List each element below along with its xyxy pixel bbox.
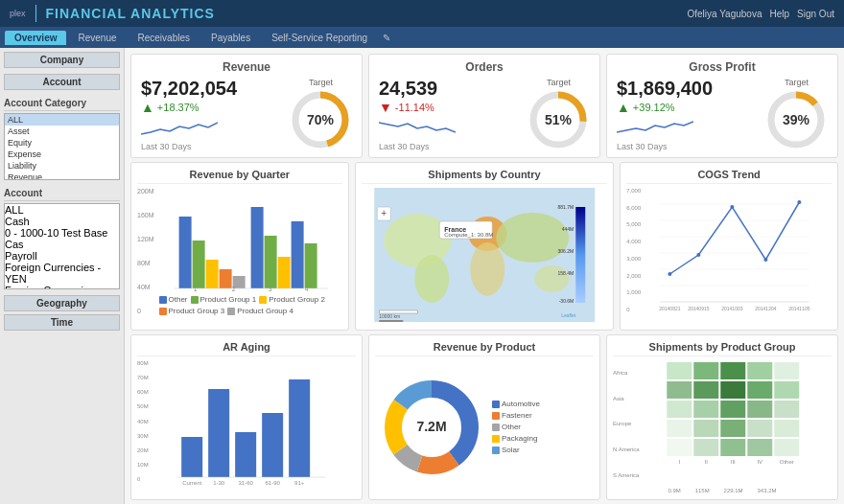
svg-text:51%: 51% [545,112,573,127]
orders-gauge-svg: 51% [528,89,590,151]
svg-text:31-60: 31-60 [238,480,253,486]
category-equity[interactable]: Equity [5,137,119,149]
account-test-base[interactable]: 0 - 1000-10 Test Base Cas [5,227,119,250]
svg-text:IV: IV [758,459,763,465]
edit-icon[interactable]: ✎ [383,33,390,43]
svg-rect-105 [721,439,746,456]
account-yen[interactable]: Foreign Currencies - YEN [5,262,119,285]
kpi-revenue-change: ▲ +18.37% [141,100,237,115]
svg-rect-101 [748,420,773,437]
svg-rect-89 [694,381,719,399]
tab-revenue[interactable]: Revenue [68,31,126,45]
svg-rect-67 [208,389,229,477]
kpi-gross-profit-body: $1,869,400 ▲ +39.12% Last 30 Days Target [617,78,828,151]
kpi-orders-left: 24,539 ▼ -11.14% Last 30 Days [379,78,456,151]
gross-profit-target-label: Target [785,78,809,87]
user-name: Ofeliya Yagubova [687,9,762,19]
tab-payables[interactable]: Payables [201,31,260,45]
sidebar-geography[interactable]: Geography [4,295,120,311]
category-expense[interactable]: Expense [5,149,119,160]
orders-target-label: Target [547,78,571,87]
category-all[interactable]: ALL [5,114,119,126]
legend-solar: Solar [492,446,540,454]
sidebar-category-section: Account Category ALL Asset Equity Expens… [4,96,120,180]
kpi-row: Revenue $7,202,054 ▲ +18.37% Last 30 Day… [125,48,844,162]
kpi-revenue-body: $7,202,054 ▲ +18.37% Last 30 Days Target [141,78,352,151]
legend-pg2: Product Group 2 [259,295,325,304]
svg-text:10000 km: 10000 km [379,313,400,319]
svg-point-55 [668,272,672,276]
accounts-listbox[interactable]: ALL Cash 0 - 1000-10 Test Base Cas Payro… [4,203,120,289]
svg-text:5000 mi: 5000 mi [379,321,396,322]
svg-rect-99 [694,420,719,437]
category-liability[interactable]: Liability [5,160,119,172]
revenue-sparkline [141,115,218,139]
svg-rect-87 [775,362,800,379]
kpi-orders-value: 24,539 [379,78,456,100]
svg-text:39%: 39% [783,112,810,127]
svg-rect-86 [748,362,773,379]
svg-text:91+: 91+ [294,480,305,486]
account-mxn[interactable]: Foreign Currencies-MXN [5,285,119,289]
sidebar-account[interactable]: Account [4,74,120,90]
svg-point-57 [731,205,735,209]
svg-rect-14 [250,207,263,288]
svg-rect-85 [721,362,746,379]
kpi-orders-title: Orders [379,60,590,74]
svg-text:1-30: 1-30 [213,480,225,486]
svg-text:444M: 444M [561,226,574,232]
cogs-chart-svg: 20140821 20140915 20141003 20141204 2014… [643,188,832,317]
tab-receivables[interactable]: Receivables [129,31,199,45]
rbq-legend: Other Product Group 1 Product Group 2 Pr… [159,293,342,317]
plex-logo: plex [10,9,26,18]
sidebar-time[interactable]: Time [4,314,120,331]
account-category-listbox[interactable]: ALL Asset Equity Expense Liability Reven… [4,113,120,180]
svg-text:20141204: 20141204 [756,306,777,311]
svg-point-58 [764,258,768,262]
account-payroll[interactable]: Payroll [5,250,119,262]
category-asset[interactable]: Asset [5,126,119,137]
legend-pg3: Product Group 3 [159,307,225,315]
svg-rect-84 [694,362,719,379]
sidebar-company[interactable]: Company [4,52,120,68]
signout-link[interactable]: Sign Out [797,9,834,19]
svg-text:Compute_1: 30.8M: Compute_1: 30.8M [444,232,493,238]
svg-text:70%: 70% [307,112,335,127]
chart-revenue-product: Revenue by Product 7.2M Automoti [368,334,600,500]
svg-text:Current: Current [182,480,201,486]
svg-rect-11 [205,260,218,288]
svg-text:+: + [381,208,387,218]
kpi-gross-profit-value: $1,869,400 [617,78,713,100]
map-container: France Compute_1: 30.8M 881.7M [362,188,608,324]
svg-rect-16 [277,257,290,288]
kpi-gross-profit-left: $1,869,400 ▲ +39.12% Last 30 Days [617,78,713,151]
svg-text:2: 2 [231,286,235,292]
sidebar-bottom: Geography Time [4,295,120,331]
account-all[interactable]: ALL [5,204,119,216]
kpi-revenue-title: Revenue [141,60,352,74]
svg-point-30 [496,213,569,263]
category-revenue[interactable]: Revenue [5,172,119,180]
svg-rect-100 [721,420,746,437]
kpi-revenue-pct: +18.37% [157,102,199,113]
orders-sparkline [379,115,456,139]
tab-overview[interactable]: Overview [5,31,66,45]
svg-text:881.7M: 881.7M [557,204,574,210]
kpi-revenue-lastdays: Last 30 Days [141,142,237,151]
revenue-target-label: Target [309,78,333,87]
svg-rect-104 [694,439,719,456]
help-link[interactable]: Help [770,9,790,19]
chart-ar-aging: AR Aging 80M70M60M50M40M30M20M10M0 [130,334,363,500]
chart-sc-title: Shipments by Country [362,169,608,184]
charts-row-2: AR Aging 80M70M60M50M40M30M20M10M0 [125,334,844,504]
account-cash[interactable]: Cash [5,216,119,227]
svg-text:I: I [679,459,681,465]
header-left: plex FINANCIAL ANALYTICS [10,5,215,22]
chart-cogs-trend: COGS Trend 7,0006,0005,0004,0003,0002,00… [620,162,838,331]
svg-text:7.2M: 7.2M [416,419,446,434]
rbq-y-axis: 200M160M120M80M40M0 [137,188,156,324]
chart-rbq-title: Revenue by Quarter [137,169,342,184]
svg-text:III: III [731,459,736,465]
tab-self-service[interactable]: Self-Service Reporting [262,31,377,45]
kpi-gross-profit-change: ▲ +39.12% [617,100,713,115]
